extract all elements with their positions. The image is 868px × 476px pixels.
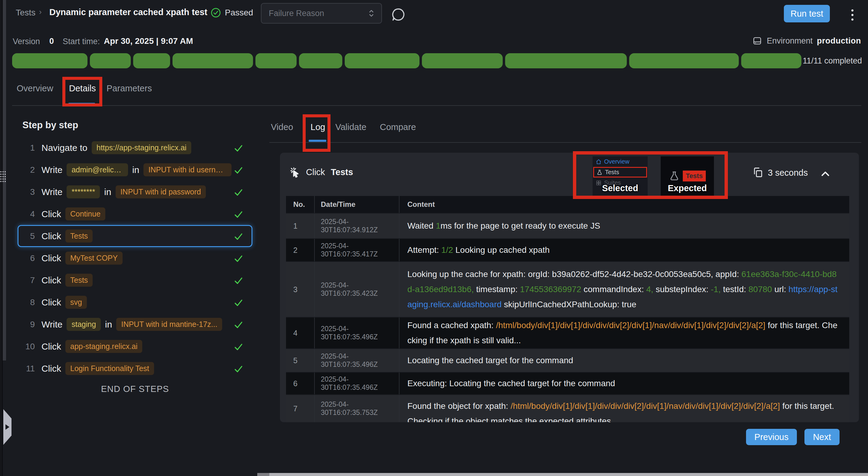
step-row[interactable]: 7ClickTests: [18, 269, 252, 291]
log-row-rich-text: Locating the cached target for the comma…: [407, 353, 840, 368]
failure-reason-select[interactable]: Failure Reason: [261, 3, 382, 24]
expected-target-highlight: Tests: [683, 171, 706, 181]
step-action-text: in: [132, 165, 139, 175]
column-datetime: Date/Time: [315, 196, 400, 213]
kebab-menu-icon[interactable]: [846, 7, 858, 23]
log-row-no: 3: [286, 262, 315, 317]
progress-segment[interactable]: [629, 53, 739, 68]
log-row-rich-text: Looking up the cache for xpath: orgId: b…: [407, 267, 840, 312]
run-test-button[interactable]: Run test: [784, 5, 830, 22]
log-row-content: Waited 1ms for the page to get ready to …: [400, 213, 849, 238]
step-row[interactable]: 1Navigate tohttps://app-staging.relicx.a…: [18, 137, 252, 159]
thumb-nav-label: Overview: [604, 158, 629, 165]
flask-icon: [596, 169, 602, 175]
log-row-no: 1: [286, 213, 315, 238]
step-badge-element: INPUT with id mantine-17z...: [116, 318, 222, 331]
step-number: 11: [23, 364, 35, 373]
step-row[interactable]: 11ClickLogin Functionality Test: [18, 358, 252, 379]
step-row[interactable]: 8Clicksvg: [18, 291, 252, 313]
progress-segment[interactable]: [422, 53, 503, 68]
step-status-check-icon: [234, 320, 244, 329]
progress-segment[interactable]: [505, 53, 627, 68]
log-row-rich-text: Waited 1ms for the page to get ready to …: [407, 218, 840, 234]
left-rail: [0, 0, 3, 476]
step-number: 2: [23, 165, 35, 175]
step-status-check-icon: [234, 254, 244, 263]
log-table: No. Date/Time Content 12025-04-30T16:07:…: [286, 196, 849, 422]
progress-segment[interactable]: [90, 53, 131, 68]
step-row[interactable]: 5ClickTests: [18, 225, 252, 247]
log-card: Click Tests 3 seconds No. Date/Time Cont…: [280, 153, 859, 422]
step-status-check-icon: [234, 210, 244, 219]
status-label: Passed: [225, 8, 253, 18]
flask-icon: [669, 171, 680, 181]
horizontal-scrollbar-track[interactable]: [257, 473, 269, 476]
step-number: 5: [23, 231, 35, 241]
log-row-no: 4: [286, 317, 315, 348]
step-number: 10: [23, 342, 35, 351]
column-content: Content: [400, 196, 849, 213]
step-row[interactable]: 2Writeadmin@relicx.aiinINPUT with id use…: [18, 159, 252, 181]
progress-segment[interactable]: [255, 53, 296, 68]
collapse-chevron-up-icon[interactable]: [820, 169, 831, 178]
log-row: 42025-04-30T16:07:35.496ZFound a cached …: [286, 317, 849, 349]
log-row: 52025-04-30T16:07:35.496ZLocating the ca…: [286, 349, 849, 373]
log-row-datetime: 2025-04-30T16:07:35.496Z: [315, 349, 400, 372]
log-row-content: Looking up the cache for xpath: orgId: b…: [400, 262, 849, 317]
environment-icon: [752, 36, 763, 46]
page-title: Dynamic parameter cached xpath test: [49, 7, 207, 17]
step-badge-element: Tests: [65, 274, 93, 287]
tab-parameters[interactable]: Parameters: [106, 83, 152, 94]
log-row-content: Found a cached xpath: /html/body/div[1]/…: [400, 317, 849, 348]
tab-details[interactable]: Details: [69, 83, 96, 94]
log-row-content: Locating the cached target for the comma…: [400, 349, 849, 372]
step-action-text: Click: [41, 297, 61, 308]
tab-video[interactable]: Video: [271, 122, 293, 132]
step-row[interactable]: 4ClickContinue: [18, 203, 252, 225]
copy-icon[interactable]: [752, 167, 764, 178]
horizontal-scrollbar-thumb[interactable]: [269, 473, 868, 476]
tab-log[interactable]: Log: [311, 122, 325, 132]
sidebar-expand-handle[interactable]: [3, 409, 11, 445]
progress-segment[interactable]: [299, 53, 342, 68]
tab-overview[interactable]: Overview: [17, 83, 53, 94]
progress-segment[interactable]: [173, 53, 253, 68]
log-row-no: 2: [286, 239, 315, 261]
previous-button[interactable]: Previous: [746, 429, 797, 445]
tab-validate[interactable]: Validate: [335, 122, 367, 132]
tab-compare[interactable]: Compare: [380, 122, 416, 132]
breadcrumb-tests[interactable]: Tests: [16, 8, 35, 18]
failure-reason-placeholder: Failure Reason: [269, 9, 324, 18]
environment-info: Environment production: [752, 36, 861, 46]
step-action-text: Click: [41, 275, 61, 285]
next-button[interactable]: Next: [804, 429, 840, 445]
step-number: 6: [23, 253, 35, 263]
tabs-divider: [12, 105, 861, 106]
progress-segment[interactable]: [345, 53, 420, 68]
step-status-check-icon: [234, 143, 244, 152]
step-number: 8: [23, 298, 35, 307]
log-row-datetime: 2025-04-30T16:07:35.753Z: [315, 395, 400, 422]
log-table-header: No. Date/Time Content: [286, 196, 849, 213]
step-row[interactable]: 10Clickapp-staging.relicx.ai: [18, 335, 252, 358]
step-badge-value: ********: [67, 185, 100, 198]
step-row[interactable]: 3Write********inINPUT with id password: [18, 181, 252, 203]
expand-arrow-icon: [5, 424, 9, 430]
step-row[interactable]: 6ClickMyTest COPY: [18, 247, 252, 269]
progress-segment[interactable]: [12, 53, 88, 68]
end-of-steps-label: END OF STEPS: [18, 384, 252, 394]
start-time-label: Start time:: [63, 37, 100, 46]
status-badge: Passed: [210, 7, 253, 18]
cursor-click-icon: [289, 166, 301, 178]
log-row-no: 6: [286, 373, 315, 394]
environment-label: Environment: [767, 36, 813, 46]
step-action-text: Click: [41, 364, 61, 374]
comment-icon[interactable]: [391, 7, 406, 22]
step-badge-element: INPUT with id password: [116, 185, 206, 198]
step-action-text: Click: [41, 209, 61, 219]
progress-segment[interactable]: [741, 53, 801, 68]
step-status-check-icon: [234, 276, 244, 285]
step-row[interactable]: 9WritestaginginINPUT with id mantine-17z…: [18, 313, 252, 335]
step-badge-element: INPUT with id username: [144, 163, 231, 176]
progress-segment[interactable]: [133, 53, 170, 68]
